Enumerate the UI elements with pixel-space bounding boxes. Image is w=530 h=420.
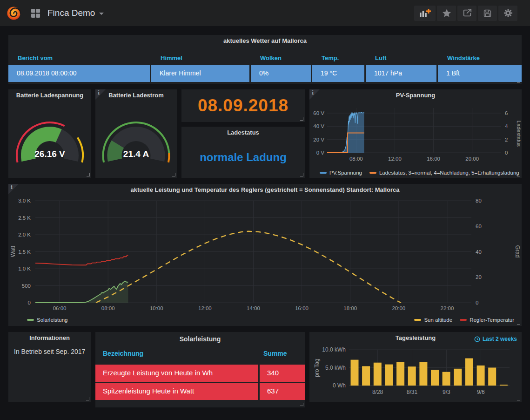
save-icon bbox=[483, 9, 492, 18]
legend-item[interactable]: Regler-Temperatur bbox=[460, 317, 514, 323]
ladestatus-panel: Ladestatus normale Ladung bbox=[181, 127, 305, 178]
axis-tick-label: 20:00 bbox=[392, 305, 405, 311]
main-chart-legend-right: Sun altitudeRegler-Temperatur bbox=[414, 317, 514, 323]
legend-label: PV.Spannung bbox=[329, 170, 362, 176]
weather-header-cell[interactable]: Luft bbox=[366, 53, 436, 64]
weather-panel: aktuelles Wetter auf Mallorca Bericht vo… bbox=[8, 35, 522, 84]
share-icon bbox=[463, 8, 472, 18]
legend-label: Ladestatus, 3=normal, 4=Nachladung, 5=Er… bbox=[379, 170, 519, 176]
main-chart: 06:0008:0010:0012:0014:0016:0018:0020:00… bbox=[8, 184, 522, 314]
axis-tick-label: 06:00 bbox=[53, 305, 67, 311]
bar bbox=[362, 366, 370, 386]
star-button[interactable] bbox=[437, 6, 456, 21]
legend-swatch bbox=[320, 172, 327, 174]
panel-resize-handle[interactable] bbox=[517, 321, 520, 325]
legend-label: Solarleistung bbox=[37, 317, 67, 323]
solar-table-header: Bezeichnung Summe bbox=[95, 350, 305, 363]
legend-item[interactable]: Solarleistung bbox=[27, 317, 67, 323]
axis-tick-label: 10.0 kWh bbox=[322, 346, 346, 353]
save-button[interactable] bbox=[478, 6, 497, 21]
battery-current-title[interactable]: Batterie Ladestrom bbox=[95, 89, 177, 102]
solar-table-title[interactable]: Solarleistung bbox=[95, 332, 305, 346]
bar bbox=[443, 372, 450, 386]
bar bbox=[454, 369, 462, 386]
settings-button[interactable] bbox=[498, 6, 517, 21]
add-panel-button[interactable] bbox=[414, 6, 436, 21]
share-button[interactable] bbox=[457, 6, 476, 21]
axis-tick-label: 08:00 bbox=[349, 156, 363, 162]
weather-value-cell: 08.09.2018 08:00:00 bbox=[8, 65, 150, 82]
weather-header-cell[interactable]: Windstärke bbox=[438, 53, 522, 64]
panel-resize-handle[interactable] bbox=[172, 173, 175, 176]
bar bbox=[465, 359, 473, 386]
panel-resize-handle[interactable] bbox=[300, 117, 303, 121]
panel-resize-handle[interactable] bbox=[86, 397, 89, 400]
weather-header-cell[interactable]: Himmel bbox=[151, 53, 249, 64]
bar bbox=[431, 370, 439, 386]
axis-tick-label: 20 bbox=[476, 274, 482, 280]
axis-tick-label: 8/28 bbox=[372, 389, 383, 395]
main-chart-legend-left: Solarleistung bbox=[27, 317, 67, 323]
weather-header-cell[interactable]: Bericht vom bbox=[8, 53, 150, 64]
axis-tick-label: 16:00 bbox=[427, 156, 440, 162]
weather-panel-title[interactable]: aktuelles Wetter auf Mallorca bbox=[8, 35, 522, 47]
dashboard-picker-icon[interactable] bbox=[31, 8, 40, 18]
gear-icon bbox=[503, 8, 513, 18]
dashboard-title: Finca Demo bbox=[47, 8, 95, 18]
panel-resize-handle[interactable] bbox=[300, 173, 303, 176]
axis-tick-label: 0 V bbox=[316, 150, 325, 156]
legend-item[interactable]: Ladestatus, 3=normal, 4=Nachladung, 5=Er… bbox=[369, 170, 519, 176]
legend-swatch bbox=[414, 319, 421, 321]
solar-table-row: Spitzenleistung Heute in Watt 637 bbox=[95, 383, 305, 400]
navbar: Finca Demo bbox=[0, 0, 530, 26]
battery-voltage-gauge bbox=[8, 102, 91, 176]
axis-tick-label: 9/3 bbox=[443, 389, 450, 395]
legend-item[interactable]: Sun altitude bbox=[414, 317, 452, 323]
bar bbox=[419, 362, 427, 386]
solar-table-col-bezeichnung[interactable]: Bezeichnung bbox=[95, 350, 260, 363]
battery-current-panel: i Batterie Ladestrom 21.4 A bbox=[95, 89, 177, 178]
weather-value-cell: Klarer Himmel bbox=[151, 65, 249, 82]
axis-tick-label: 0 bbox=[505, 150, 508, 156]
panel-resize-handle[interactable] bbox=[517, 80, 520, 83]
axis-tick-label: 3.0 K bbox=[18, 198, 31, 203]
axis-tick-label: 40 V bbox=[313, 123, 324, 129]
bar bbox=[488, 368, 496, 386]
bar bbox=[385, 365, 393, 386]
grafana-logo-icon[interactable] bbox=[7, 6, 21, 20]
panel-resize-handle[interactable] bbox=[517, 173, 520, 176]
axis-tick-label: 80 bbox=[476, 198, 482, 203]
solar-table-panel: Solarleistung Bezeichnung Summe Erzeugte… bbox=[95, 332, 305, 407]
ladestatus-title[interactable]: Ladestatus bbox=[181, 127, 305, 139]
solar-row-value: 637 bbox=[260, 383, 305, 400]
battery-voltage-title[interactable]: Batterie Ladespannung bbox=[8, 89, 91, 102]
panel-resize-handle[interactable] bbox=[300, 403, 303, 406]
axis-tick-label: 60 bbox=[476, 224, 482, 229]
axis-tick-label: 20:00 bbox=[465, 156, 479, 162]
solar-row-value: 340 bbox=[260, 365, 305, 382]
axis-tick-label: 4 bbox=[505, 123, 508, 129]
info-panel-title[interactable]: Informationen bbox=[8, 332, 91, 344]
info-panel-text: In Betrieb seit Sep. 2017 bbox=[14, 348, 85, 355]
axis-tick-label: 22:00 bbox=[441, 305, 454, 311]
axis-tick-label: 0 Wh bbox=[333, 382, 346, 389]
axis-tick-label: 2 bbox=[505, 137, 508, 142]
weather-header-cell[interactable]: Wolken bbox=[251, 53, 311, 64]
navbar-actions bbox=[414, 6, 517, 21]
solar-row-label: Spitzenleistung Heute in Watt bbox=[95, 383, 258, 400]
panel-resize-handle[interactable] bbox=[87, 173, 90, 176]
solar-table-col-summe[interactable]: Summe bbox=[260, 350, 305, 363]
current-date: 08.09.2018 bbox=[181, 96, 305, 115]
legend-swatch bbox=[369, 172, 376, 174]
axis-tick-label: 12:00 bbox=[388, 156, 402, 162]
weather-header-cell[interactable]: Temp. bbox=[312, 53, 364, 64]
legend-swatch bbox=[460, 319, 467, 321]
legend-item[interactable]: PV.Spannung bbox=[320, 170, 362, 176]
axis-tick-label: 500 bbox=[22, 283, 31, 289]
axis-tick-label: 5.0 kWh bbox=[325, 365, 346, 371]
panel-resize-handle[interactable] bbox=[517, 397, 520, 400]
dashboard-title-dropdown[interactable]: Finca Demo bbox=[47, 8, 104, 18]
axis-tick-label: 08:00 bbox=[101, 305, 115, 311]
regler-temperatur-series bbox=[35, 255, 128, 265]
axis-tick-label: 2.0 K bbox=[18, 232, 31, 237]
